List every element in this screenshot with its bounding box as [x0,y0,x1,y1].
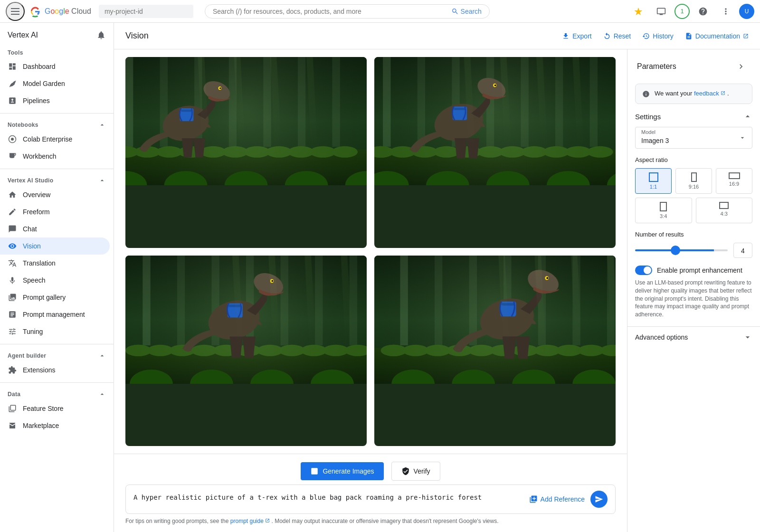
sidebar-item-prompt-gallery[interactable]: Prompt gallery [0,289,110,306]
slider-value: 4 [733,243,752,258]
help-button[interactable] [694,2,712,21]
project-selector[interactable] [99,5,193,18]
monitor-icon [656,7,666,16]
brand-text: Google Cloud [45,7,91,16]
aspect-ratio-4-3[interactable]: 4:3 [696,198,753,223]
sidebar-item-extensions[interactable]: Extensions [0,361,110,379]
feedback-external-icon [721,91,725,95]
prompt-enhancement-toggle[interactable] [635,266,652,275]
aspect-ratio-1-1[interactable]: 1:1 [635,168,672,194]
data-collapse-icon[interactable] [98,390,106,398]
vision-icon [8,241,17,251]
aspect-ratio-9-16[interactable]: 9:16 [675,168,712,194]
export-button[interactable]: Export [562,29,591,43]
sidebar-item-colab[interactable]: Colab Enterprise [0,131,110,148]
generate-icon [310,467,319,475]
generate-label: Generate Images [323,467,374,475]
external-link-icon [743,33,749,39]
documentation-button[interactable]: Documentation [685,29,749,43]
sidebar-item-vision[interactable]: Vision [0,238,110,255]
sidebar-item-tuning-label: Tuning [23,328,43,335]
sidebar-title: Vertex AI [8,31,38,39]
user-avatar[interactable]: U [739,4,754,19]
sidebar-item-overview[interactable]: Overview [0,186,110,203]
search-icon [451,8,459,15]
generated-image-3 [125,256,367,446]
model-select-wrapper: Model Imagen 3 Imagen 2 Imagen 1 [635,127,752,149]
notebooks-collapse-icon[interactable] [98,121,106,129]
add-reference-label: Add Reference [541,495,585,503]
shape-3-4 [660,202,667,211]
sidebar-item-prompt-management[interactable]: Prompt management [0,306,110,323]
aspect-ratio-label: Aspect ratio [635,156,752,163]
section-data-label: Data [0,387,114,400]
sidebar-item-chat-label: Chat [23,225,37,233]
ai-assistant-button[interactable] [629,2,648,21]
prompt-guide-link[interactable]: prompt guide [230,518,272,524]
vai-studio-collapse-icon[interactable] [98,177,106,184]
num-results-slider[interactable] [635,249,728,251]
ai-icon [634,7,643,16]
main-layout: Vertex AI Tools Dashboard Model Garden P… [0,23,760,532]
aspect-ratio-3-4[interactable]: 3:4 [635,198,692,223]
sidebar: Vertex AI Tools Dashboard Model Garden P… [0,23,114,532]
sidebar-item-speech[interactable]: Speech [0,272,110,289]
prompt-enhancement-label: Enable prompt enhancement [657,266,742,274]
params-collapse-icon [736,62,746,71]
sidebar-item-model-garden[interactable]: Model Garden [0,75,110,92]
hamburger-menu[interactable] [6,2,25,21]
sidebar-item-chat[interactable]: Chat [0,220,110,238]
sidebar-item-dashboard-label: Dashboard [23,63,56,70]
history-button[interactable]: History [642,29,674,43]
bell-icon[interactable] [96,30,106,40]
image-canvas-1 [125,57,367,185]
feedback-link[interactable]: feedback [694,90,727,97]
settings-title: Settings [635,113,661,121]
sidebar-item-marketplace[interactable]: Marketplace [0,417,110,434]
history-label: History [653,32,674,40]
pipelines-icon [8,96,17,105]
slider-row: 4 [635,243,752,258]
google-cloud-icon [28,5,42,18]
sidebar-item-translation[interactable]: Translation [0,255,110,272]
page-title: Vision [125,31,149,41]
sidebar-item-tuning[interactable]: Tuning [0,323,110,340]
verify-button[interactable]: Verify [391,462,440,481]
more-options-button[interactable] [716,2,735,21]
section-vai-studio-label: Vertex AI Studio [0,173,114,186]
params-collapse-button[interactable] [732,57,750,76]
search-input[interactable] [213,8,447,15]
sidebar-item-colab-label: Colab Enterprise [23,135,72,143]
agent-builder-collapse-icon[interactable] [98,352,106,360]
sidebar-item-freeform[interactable]: Freeform [0,203,110,220]
aspect-ratio-16-9[interactable]: 16:9 [716,168,752,194]
prompt-area: Add Reference [125,484,616,514]
model-select[interactable]: Imagen 3 Imagen 2 Imagen 1 [636,135,752,148]
generate-images-button[interactable]: Generate Images [301,462,383,480]
sidebar-item-model-garden-label: Model Garden [23,80,65,87]
sidebar-item-workbench[interactable]: Workbench [0,148,110,165]
sidebar-item-dashboard[interactable]: Dashboard [0,58,110,75]
content-wrapper: Vision Export Reset History Documentatio… [114,23,760,532]
colab-icon [8,134,17,144]
advanced-options-header[interactable]: Advanced options [627,326,760,348]
aspect-ratio-grid-top: 1:1 9:16 16:9 [635,168,752,194]
search-label: Search [461,8,482,15]
monitor-button[interactable] [652,2,671,21]
sidebar-item-pipelines[interactable]: Pipelines [0,92,110,109]
prompt-input[interactable] [133,494,523,505]
reset-button[interactable]: Reset [603,29,631,43]
search-button[interactable]: Search [451,8,482,15]
toggle-slider-visual [635,266,652,275]
tuning-icon [8,327,17,336]
sidebar-item-feature-store[interactable]: Feature Store [0,400,110,417]
prompt-tip: For tips on writing good prompts, see th… [125,518,616,524]
speech-icon [8,276,17,285]
add-reference-button[interactable]: Add Reference [529,495,585,504]
google-cloud-logo: Google Cloud [28,5,91,18]
settings-collapse-icon[interactable] [743,112,752,121]
nav-right: 1 U [629,2,754,21]
toggle-row: Enable prompt enhancement [635,266,752,275]
send-button[interactable] [590,491,608,508]
user-account-number[interactable]: 1 [674,4,690,19]
